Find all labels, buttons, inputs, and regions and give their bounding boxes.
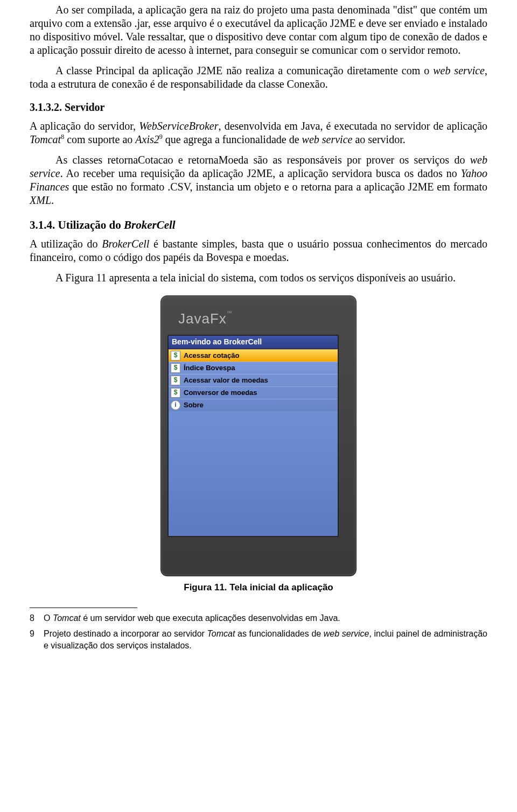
section-title-314: 3.1.4. Utilização do BrokerCell <box>30 218 487 232</box>
text-italic: XML <box>30 194 51 206</box>
footnote-number: 9 <box>30 628 44 651</box>
text-italic: web service <box>302 133 353 145</box>
text: é um servidor web que executa aplicações… <box>81 613 340 623</box>
phone-top: JavaFx™ <box>167 302 350 335</box>
menu-item-label: Conversor de moedas <box>184 389 257 397</box>
menu-item-0[interactable]: $Acessar cotação <box>169 349 338 362</box>
text-italic: web service <box>324 629 369 638</box>
section-title-3132: 3.1.3.2. Servidor <box>30 101 487 114</box>
phone-bottom <box>167 537 350 569</box>
text-italic: Axis2 <box>135 133 159 145</box>
menu-list: $Acessar cotação$Índice Bovespa$Acessar … <box>169 349 338 411</box>
menu-item-label: Índice Bovespa <box>184 364 235 372</box>
phone-mock: JavaFx™ Bem-vindo ao BrokerCell $Acessar… <box>160 295 357 576</box>
dollar-icon: $ <box>171 388 180 398</box>
trademark-icon: ™ <box>227 310 233 316</box>
screen-body <box>169 411 338 538</box>
text-italic: Tomcat <box>53 613 81 623</box>
dollar-icon: $ <box>171 363 180 373</box>
text: 3.1.4. Utilização do <box>30 218 124 231</box>
paragraph: A Figura 11 apresenta a tela inicial do … <box>30 271 487 285</box>
text: as funcionalidades de <box>235 629 323 638</box>
text-italic: BrokerCell <box>102 238 149 250</box>
menu-item-4[interactable]: iSobre <box>169 399 338 411</box>
text: A utilização do <box>30 238 102 250</box>
text: com suporte ao <box>64 133 135 145</box>
footnote-8: 8 O Tomcat é um servidor web que executa… <box>30 612 487 624</box>
menu-item-2[interactable]: $Acessar valor de moedas <box>169 374 338 386</box>
text: O <box>44 613 53 623</box>
paragraph: A classe Principal da aplicação J2ME não… <box>30 64 487 91</box>
text: JavaFx <box>178 310 227 327</box>
paragraph: A utilização do BrokerCell é bastante si… <box>30 237 487 264</box>
text: ao servidor. <box>352 133 405 145</box>
text: que agrega a funcionalidade de <box>163 133 302 145</box>
phone-screen: Bem-vindo ao BrokerCell $Acessar cotação… <box>167 335 339 537</box>
footnote-separator <box>30 608 137 608</box>
paragraph: As classes retornaCotacao e retornaMoeda… <box>30 153 487 207</box>
text-italic: BrokerCell <box>124 218 176 231</box>
footnote-number: 8 <box>30 612 44 624</box>
dollar-icon: $ <box>171 351 180 361</box>
text: . Ao receber uma requisição da aplicação… <box>60 167 461 179</box>
dollar-icon: $ <box>171 376 180 385</box>
text: , desenvolvida em Java, é executada no s… <box>219 120 488 132</box>
screen-title: Bem-vindo ao BrokerCell <box>169 336 338 349</box>
text: . <box>51 194 54 206</box>
text-italic: web service <box>433 65 485 76</box>
menu-item-label: Acessar cotação <box>184 351 239 360</box>
menu-item-label: Sobre <box>184 401 204 409</box>
footnote-text: O Tomcat é um servidor web que executa a… <box>44 612 487 624</box>
text-italic: WebServiceBroker <box>139 120 218 132</box>
text: A classe Principal da aplicação J2ME não… <box>55 65 433 76</box>
menu-item-1[interactable]: $Índice Bovespa <box>169 362 338 374</box>
text: Projeto destinado a incorporar ao servid… <box>44 629 207 638</box>
info-icon: i <box>171 400 180 410</box>
text-italic: Tomcat <box>30 133 61 145</box>
paragraph: Ao ser compilada, a aplicação gera na ra… <box>30 3 487 57</box>
menu-item-3[interactable]: $Conversor de moedas <box>169 386 338 399</box>
javafx-logo: JavaFx™ <box>178 310 233 328</box>
footnote-text: Projeto destinado a incorporar ao servid… <box>44 628 487 651</box>
footnote-9: 9 Projeto destinado a incorporar ao serv… <box>30 628 487 651</box>
paragraph: A aplicação do servidor, WebServiceBroke… <box>30 119 487 146</box>
text: que estão no formato .CSV, instancia um … <box>69 181 487 193</box>
figure-caption: Figura 11. Tela inicial da aplicação <box>30 582 487 593</box>
text: A aplicação do servidor, <box>30 120 139 132</box>
menu-item-label: Acessar valor de moedas <box>184 376 268 385</box>
text: As classes retornaCotacao e retornaMoeda… <box>55 154 470 166</box>
text-italic: Tomcat <box>207 629 235 638</box>
